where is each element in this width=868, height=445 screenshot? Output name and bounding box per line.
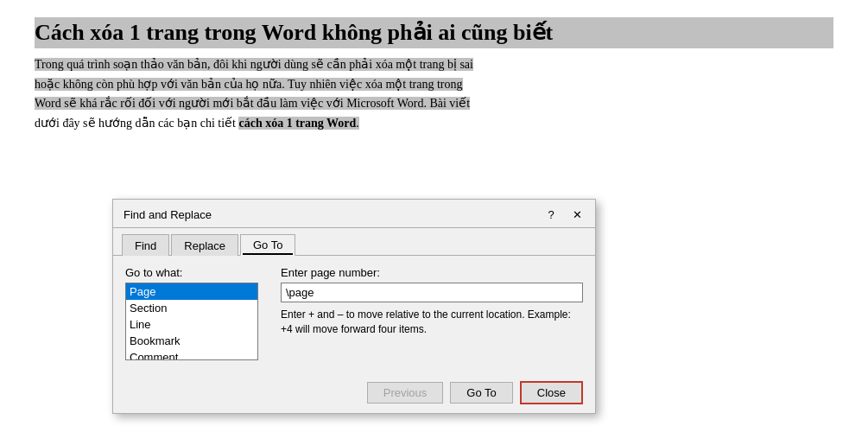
doc-body-line1: Trong quá trình soạn thảo văn bản, đôi k… — [35, 58, 473, 71]
listbox-item-section[interactable]: Section — [126, 300, 257, 316]
close-button[interactable]: Close — [520, 381, 583, 404]
dialog-titlebar: Find and Replace ? ✕ — [113, 200, 595, 228]
document-title: Cách xóa 1 trang trong Word không phải a… — [35, 20, 553, 45]
doc-body-end: . — [356, 117, 359, 130]
doc-body-line4: dưới đây sẽ hướng dẫn các bạn chi tiết — [35, 117, 238, 130]
dialog-title-icons: ? ✕ — [542, 205, 586, 224]
dialog-close-button[interactable]: ✕ — [567, 205, 586, 224]
page-number-input[interactable] — [281, 283, 583, 302]
listbox-item-comment[interactable]: Comment — [126, 349, 257, 360]
tab-goto[interactable]: Go To — [240, 234, 295, 256]
doc-body-line3: Word sẽ khá rắc rối đối với người mới bắ… — [35, 97, 470, 110]
dialog-help-button[interactable]: ? — [542, 205, 561, 224]
dialog-footer: Previous Go To Close — [113, 376, 595, 413]
dialog-tabs: Find Replace Go To — [113, 228, 595, 256]
listbox-item-page[interactable]: Page — [126, 283, 257, 300]
goto-button[interactable]: Go To — [450, 382, 512, 404]
document-title-block: Cách xóa 1 trang trong Word không phải a… — [35, 17, 833, 48]
previous-button[interactable]: Previous — [367, 382, 444, 404]
goto-label: Go to what: — [125, 266, 263, 279]
dialog-content-row: Go to what: Page Section Line Bookmark — [125, 266, 583, 360]
doc-body-line2: hoặc không còn phù hợp với văn bản của h… — [35, 78, 463, 91]
listbox-item-line[interactable]: Line — [126, 316, 257, 333]
goto-listbox[interactable]: Page Section Line Bookmark Comment — [125, 283, 258, 360]
hint-text: Enter + and – to move relative to the cu… — [281, 308, 583, 337]
dialog-left-panel: Go to what: Page Section Line Bookmark — [125, 266, 263, 360]
dialog-body: Go to what: Page Section Line Bookmark — [113, 256, 595, 376]
document-area: Cách xóa 1 trang trong Word không phải a… — [0, 0, 868, 445]
page-number-label: Enter page number: — [281, 266, 583, 279]
tab-replace[interactable]: Replace — [171, 234, 238, 256]
tab-find[interactable]: Find — [122, 234, 169, 256]
find-replace-dialog: Find and Replace ? ✕ Find Replace Go To — [112, 199, 596, 414]
dialog-title: Find and Replace — [124, 208, 212, 221]
doc-body-bold: cách xóa 1 trang Word — [238, 117, 356, 130]
listbox-item-bookmark[interactable]: Bookmark — [126, 333, 257, 349]
dialog-right-panel: Enter page number: Enter + and – to move… — [281, 266, 583, 360]
document-body: Trong quá trình soạn thảo văn bản, đôi k… — [35, 55, 833, 133]
